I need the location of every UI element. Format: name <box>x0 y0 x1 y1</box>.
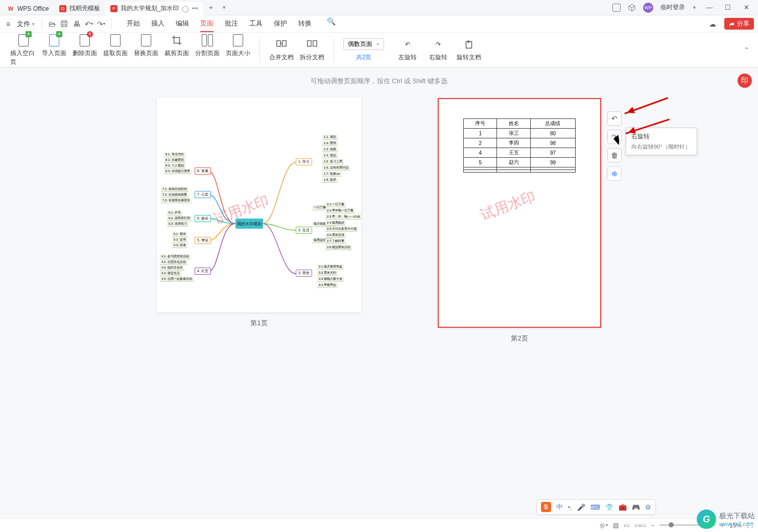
tab-label: 找稻壳模板 <box>69 4 100 13</box>
tab-menu-icon[interactable]: ••• <box>192 5 198 12</box>
mindmap-leaf: 3.4.早睡早起 <box>317 283 338 288</box>
seal-button[interactable]: 印 <box>738 74 752 88</box>
menu-tools[interactable]: 工具 <box>249 16 263 32</box>
crop-page-button[interactable]: 裁剪页面 <box>163 34 190 66</box>
insert-blank-page-button[interactable]: 插入空白页 <box>10 34 37 66</box>
ime-keyboard-icon[interactable]: ⌨ <box>590 503 600 511</box>
rotate-right-button[interactable]: ↷右旋转 <box>425 38 452 62</box>
login-dropdown-icon[interactable]: ▼ <box>692 5 697 10</box>
menu-protect[interactable]: 保护 <box>274 16 287 32</box>
mindmap-leaf: 4.3. 组织文化生 <box>160 265 184 271</box>
delete-page-action-button[interactable]: 🗑 <box>607 148 622 162</box>
ime-settings-icon[interactable]: ⚙ <box>645 503 651 511</box>
ime-lang[interactable]: 中 <box>556 502 563 512</box>
rotate-doc-button[interactable]: 旋转文档 <box>456 38 482 62</box>
avatar[interactable]: WP <box>643 3 653 13</box>
file-menu[interactable]: 文件▾ <box>14 17 38 31</box>
two-page-view-icon[interactable]: ▭▭ <box>634 522 646 529</box>
login-label[interactable]: 临时登录 <box>660 3 685 12</box>
rotate-left-button[interactable]: ↶左旋转 <box>394 38 421 62</box>
ribbon-collapse-icon[interactable]: ⌃ <box>744 46 750 54</box>
single-view-icon[interactable]: ▭ <box>624 522 629 529</box>
mindmap-preview: 我的大学规划 1. 学习 2. 生活 3. 宿舍 8. 发展 7. 心态 6. … <box>164 105 354 305</box>
table-header: 姓名 <box>497 119 530 129</box>
rotate-doc-icon <box>462 38 476 51</box>
mindmap-leaf: 2.1.一日三餐 <box>325 202 346 207</box>
import-page-button[interactable]: 导入页面 <box>41 34 67 66</box>
ime-game-icon[interactable]: 🎮 <box>632 503 640 511</box>
svg-rect-2 <box>282 41 286 46</box>
minimize-button[interactable]: — <box>704 4 715 11</box>
zoom-out-button[interactable]: − <box>651 522 654 529</box>
print-icon[interactable]: 🖶 <box>71 18 82 30</box>
merge-doc-button[interactable]: 合并文档 <box>268 38 295 62</box>
menu-start[interactable]: 开始 <box>127 16 140 32</box>
menu-comment[interactable]: 批注 <box>225 16 238 32</box>
wps-logo-icon: W <box>7 5 14 12</box>
mindmap-leaf: 1.5. 复习上周 <box>322 159 344 164</box>
new-tab-button[interactable]: ＋ <box>203 3 219 12</box>
close-button[interactable]: ✕ <box>741 4 752 11</box>
tab-marker-icon: ◯ <box>182 5 188 12</box>
maximize-button[interactable]: ☐ <box>722 4 733 11</box>
share-icon <box>729 21 735 27</box>
rotate-right-page-button[interactable]: ↷ <box>607 130 622 144</box>
tooltip-desc: 向右旋转90°（顺时针） <box>631 143 692 151</box>
mindmap-leaf: 1.4. 笔记 <box>322 153 338 158</box>
mindmap-leaf: 4.1. 参与团支部活动 <box>160 254 191 259</box>
continuous-view-icon[interactable]: ▤ <box>613 522 619 529</box>
replace-page-button[interactable]: 替换页面 <box>133 34 159 66</box>
search-icon[interactable]: 🔍 <box>326 16 337 27</box>
undo-icon[interactable]: ↶▾ <box>83 18 94 30</box>
hamburger-icon[interactable]: ≡ <box>4 19 13 28</box>
app-cube-icon[interactable] <box>628 4 636 12</box>
page-range-select[interactable]: 偶数页面 <box>343 38 384 50</box>
rotate-left-page-button[interactable]: ↶ <box>607 111 622 126</box>
page-thumb-1[interactable]: 试用水印 我的大学规划 1. 学习 2. 生活 3 <box>157 98 361 312</box>
page-label-2: 第2页 <box>511 334 528 343</box>
ime-skin-icon[interactable]: 👕 <box>605 503 613 511</box>
extract-page-button[interactable]: 提取页面 <box>102 34 129 66</box>
mindmap-leaf: 6.1. 乒乓 <box>167 210 182 215</box>
page-size-button[interactable]: 页面大小 <box>225 34 251 66</box>
separator <box>111 19 111 29</box>
cloud-icon[interactable]: ☁ <box>707 18 718 30</box>
delete-page-button[interactable]: 删除页面 <box>72 34 98 66</box>
share-button[interactable]: 分享 <box>724 18 754 30</box>
page-workspace: 印 可拖动调整页面顺序，按住 Ctrl 或 Shift 键多选 试用水印 <box>0 67 758 517</box>
split-page-button[interactable]: 分割页面 <box>194 34 221 66</box>
mindmap-leaf: 4.2. 社团文化活动 <box>160 260 187 265</box>
ime-toolbox-icon[interactable]: 🧰 <box>619 503 627 511</box>
redo-icon[interactable]: ↷▾ <box>96 18 107 30</box>
menu-page[interactable]: 页面 <box>200 16 214 32</box>
add-page-action-button[interactable]: ⊕ <box>607 166 622 181</box>
tab-document[interactable]: P 我的大学规划_加水印 ◯ ••• <box>105 2 203 15</box>
tab-template[interactable]: D 找稻壳模板 <box>54 2 105 15</box>
page-thumb-2[interactable]: 试用水印 序号姓名总成绩 1张三802李四984王五975赵六99 <box>438 98 601 328</box>
open-icon[interactable]: 🗁 <box>46 18 58 30</box>
site-url: www.xz7.com <box>719 521 755 527</box>
mindmap-leaf: 4.4. 寝室生活 <box>160 271 181 276</box>
tab-dropdown-icon[interactable]: ▾ <box>219 4 230 11</box>
tab-wps-home[interactable]: W WPS Office <box>2 2 54 15</box>
tab-label: 我的大学规划_加水印 <box>121 4 179 13</box>
menu-edit[interactable]: 编辑 <box>176 16 189 32</box>
menu-insert[interactable]: 插入 <box>151 16 164 32</box>
panel-toggle-icon[interactable] <box>612 4 621 12</box>
rotate-right-tooltip: 右旋转 向右旋转90°（顺时针） <box>626 128 697 155</box>
rotate-right-icon: ↷ <box>432 38 445 51</box>
mindmap-leaf: 6.3. 篮球练习 <box>167 222 188 227</box>
mindmap-leaf: 1.2. 图书 <box>322 141 338 146</box>
menu-convert[interactable]: 转换 <box>298 16 312 32</box>
ime-punct-icon[interactable]: •, <box>568 503 572 511</box>
mindmap-leaf: 1.1. 课堂 <box>322 135 338 140</box>
pdf-icon: P <box>110 5 117 12</box>
ime-mic-icon[interactable]: 🎤 <box>577 503 585 511</box>
view-mode-icon[interactable]: ◎ ▾ <box>600 522 608 529</box>
save-icon[interactable] <box>59 18 70 30</box>
ime-bar[interactable]: S 中 •, 🎤 ⌨ 👕 🧰 🎮 ⚙ <box>536 499 656 515</box>
site-logo-icon: G <box>697 510 716 529</box>
page-count: 共2页 <box>356 53 372 62</box>
split-doc-button[interactable]: 拆分文档 <box>299 38 325 62</box>
file-label: 文件 <box>17 19 30 29</box>
